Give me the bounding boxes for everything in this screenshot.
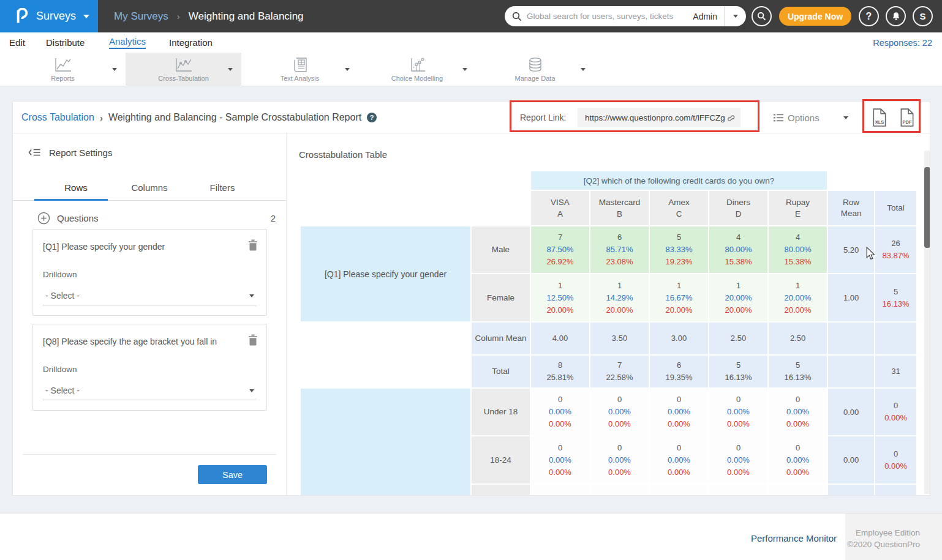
trash-icon[interactable] [248,334,258,346]
toolbar-item-cross-tabulation[interactable]: Cross-Tabulation [126,53,241,86]
data-cell [769,485,827,496]
crosstab-row: Under 1800.00%0.00%00.00%0.00%00.00%0.00… [301,389,916,435]
nav-item-distribute[interactable]: Distribute [46,32,85,53]
data-cell: 00.00%0.00% [650,389,708,435]
chevron-down-icon [733,15,738,18]
questions-count: 2 [271,213,276,223]
row-mean-cell [828,356,874,387]
row-mean-cell: 0.00 [828,436,874,483]
data-cell: 114.29%20.00% [590,274,649,321]
questions-label: Questions [57,213,99,223]
help-button[interactable]: ? [859,6,879,26]
report-link-url[interactable]: https://www.questionpro.com/t/lFFCZg [585,113,725,122]
search-button[interactable] [752,6,772,26]
options-button[interactable]: Options [774,102,820,133]
add-question-icon[interactable] [37,212,50,225]
tab-filters[interactable]: Filters [198,174,247,201]
breadcrumb-my-surveys[interactable]: My Surveys [114,10,168,23]
collapse-panel-icon[interactable] [28,147,42,158]
data-cell [709,485,767,496]
data-cell: 685.71%23.08% [590,226,649,273]
avatar[interactable]: S [913,6,933,26]
survey-nav: Edit Distribute Analytics Integration Re… [0,32,942,53]
top-bar: Surveys My Surveys › Weighting and Balan… [0,0,942,32]
chevron-down-icon[interactable] [462,68,467,71]
question-text: [Q1] Please specify your gender [43,242,235,252]
total-cell: 00.00% [875,436,916,483]
data-cell: 480.00%15.38% [709,226,767,273]
breadcrumb-current: Weighting and Balancing [189,10,304,23]
data-cell [531,485,589,496]
toolbar-item-manage-data[interactable]: Manage Data [476,53,594,86]
nav-item-analytics[interactable]: Analytics [109,32,146,53]
product-name: Surveys [36,10,76,23]
row-mean-cell: 5.20 [828,226,874,273]
search-scope[interactable]: Admin [693,12,717,21]
chevron-down-icon [83,15,89,18]
toolbar-item-reports[interactable]: Reports [0,53,126,86]
nav-item-integration[interactable]: Integration [169,32,213,53]
report-title: Weighting and Balancing - Sample Crossta… [108,112,361,123]
data-cell [590,485,649,496]
divider [23,454,276,455]
question-label-cell [301,323,470,354]
data-cell: 116.67%20.00% [650,274,708,321]
row-label-cell: Female [472,274,530,321]
drilldown-select[interactable]: - Select - [43,382,257,400]
trash-icon[interactable] [248,239,258,251]
bell-icon [891,11,901,21]
choice-modelling-icon [408,57,426,73]
product-switcher[interactable]: Surveys [0,0,98,32]
cross-tab-chart-icon [175,57,193,73]
cross-tabulation-link[interactable]: Cross Tabulation [21,112,94,123]
search-icon [757,12,766,21]
line-chart-icon [54,57,72,73]
export-xls-button[interactable]: XLS [872,108,887,127]
scrollbar-thumb[interactable] [924,167,930,248]
drilldown-label: Drilldown [43,365,77,374]
data-cell: 825.81% [531,356,589,387]
data-cell: 722.58% [590,356,649,387]
search-input[interactable] [522,12,693,21]
data-cell: 516.13% [769,356,827,387]
chevron-down-icon[interactable] [228,68,233,71]
row-label-cell [472,485,530,496]
notifications-button[interactable] [886,6,906,26]
tab-columns[interactable]: Columns [125,174,174,201]
data-cell: 00.00%0.00% [650,436,708,483]
drilldown-select[interactable]: - Select - [43,287,257,305]
question-card: [Q8] Please specify the age bracket you … [32,324,267,411]
tab-rows[interactable]: Rows [56,174,96,201]
total-header: Total [875,191,916,225]
chevron-down-icon[interactable] [581,68,586,71]
options-dropdown-icon[interactable] [843,116,848,119]
chevron-down-icon[interactable] [345,68,350,71]
chevron-down-icon[interactable] [112,68,117,71]
report-settings-panel: Report Settings Rows Columns Filters Que… [13,133,287,496]
row-mean-cell: 1.00 [828,274,874,321]
nav-item-edit[interactable]: Edit [9,32,25,53]
search-scope-dropdown[interactable] [725,6,746,26]
total-cell [875,323,916,354]
help-icon[interactable]: ? [367,113,377,122]
performance-monitor-link[interactable]: Performance Monitor [751,533,837,543]
upgrade-now-button[interactable]: Upgrade Now [779,7,851,26]
toolbar-item-text-analysis[interactable]: Text Analysis [241,53,358,86]
total-cell: 31 [875,356,916,387]
link-icon[interactable] [725,113,736,122]
question-label-cell [301,356,470,387]
table-scrollbar[interactable] [924,151,930,494]
column-header: VISAA [531,191,589,225]
export-pdf-button[interactable]: PDF [899,108,915,127]
report-link-field[interactable]: https://www.questionpro.com/t/lFFCZg [578,108,740,127]
save-button[interactable]: Save [198,465,267,484]
crosstab-title: Crosstabulation Table [299,149,387,160]
toolbar-item-choice-modelling[interactable]: Choice Modelling [358,53,476,86]
questionpro-logo-icon [16,8,28,24]
breadcrumb-separator-icon: › [100,113,103,123]
data-cell: 00.00%0.00% [590,389,649,435]
total-cell [875,485,916,496]
chevron-down-icon [249,294,254,297]
data-cell: 00.00%0.00% [590,436,649,483]
data-cell: 583.33%19.23% [650,226,708,273]
